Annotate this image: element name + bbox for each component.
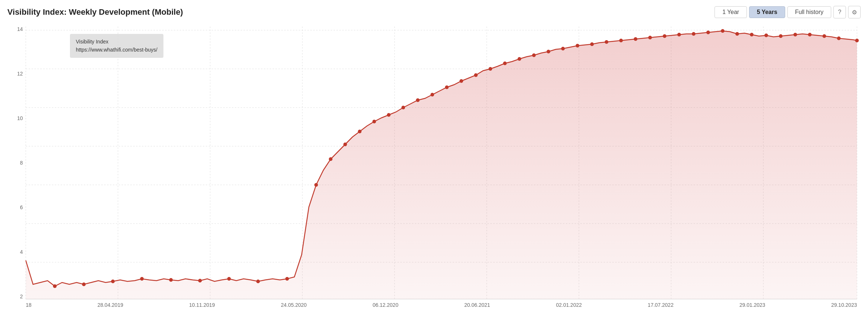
svg-point-58 [750, 33, 754, 36]
tooltip-line1: Visibility Index [76, 38, 158, 46]
y-label-2: 2 [20, 294, 23, 299]
svg-point-35 [416, 98, 420, 102]
svg-point-54 [692, 32, 695, 36]
chart-svg [26, 27, 857, 299]
svg-point-44 [547, 50, 550, 53]
svg-point-56 [721, 29, 724, 33]
y-label-12: 12 [17, 71, 23, 76]
svg-point-63 [822, 34, 826, 38]
time-range-controls: 1 Year 5 Years Full history ? ⚙ [714, 6, 861, 18]
1year-button[interactable]: 1 Year [714, 6, 747, 18]
svg-point-45 [561, 47, 565, 50]
svg-point-42 [518, 57, 521, 61]
x-label-6: 02.01.2022 [556, 302, 582, 308]
svg-point-60 [779, 34, 783, 38]
svg-point-20 [82, 282, 86, 286]
svg-point-39 [474, 73, 478, 77]
svg-point-23 [169, 278, 173, 282]
settings-button[interactable]: ⚙ [848, 6, 861, 18]
tooltip-line2: https://www.whathifi.com/best-buys/ [76, 46, 158, 54]
svg-point-22 [140, 277, 144, 281]
svg-point-49 [619, 39, 623, 42]
chart-tooltip: Visibility Index https://www.whathifi.co… [70, 34, 163, 58]
help-button[interactable]: ? [833, 6, 846, 18]
svg-point-59 [765, 34, 768, 37]
svg-point-51 [648, 36, 652, 39]
svg-point-24 [198, 279, 202, 282]
svg-point-65 [855, 39, 859, 42]
svg-point-41 [503, 62, 507, 65]
svg-point-32 [373, 120, 376, 123]
svg-point-28 [314, 183, 318, 187]
svg-point-40 [488, 67, 492, 71]
svg-point-47 [590, 42, 594, 46]
svg-point-48 [605, 40, 608, 44]
x-label-9: 29.10.2023 [831, 302, 857, 308]
svg-point-27 [285, 277, 289, 281]
svg-point-31 [358, 130, 361, 133]
svg-point-37 [445, 85, 449, 89]
svg-point-38 [459, 79, 463, 83]
x-label-0: 18 [26, 302, 32, 308]
5years-button[interactable]: 5 Years [749, 6, 785, 18]
svg-point-55 [706, 31, 710, 34]
svg-marker-18 [26, 31, 857, 299]
svg-point-61 [793, 33, 797, 36]
y-label-4: 4 [20, 249, 23, 254]
fullhistory-button[interactable]: Full history [787, 6, 831, 18]
chart-container: 14 12 10 8 6 4 2 Visibility Index https:… [7, 23, 861, 317]
svg-point-19 [53, 284, 57, 288]
svg-point-34 [402, 106, 405, 109]
svg-point-33 [387, 113, 391, 117]
x-label-3: 24.05.2020 [281, 302, 307, 308]
y-label-10: 10 [17, 116, 23, 121]
x-label-2: 10.11.2019 [189, 302, 215, 308]
svg-point-57 [735, 32, 739, 36]
svg-point-52 [663, 34, 666, 38]
x-axis: 18 28.04.2019 10.11.2019 24.05.2020 06.1… [26, 299, 857, 317]
page-title: Visibility Index: Weekly Development (Mo… [7, 7, 183, 17]
x-label-1: 28.04.2019 [98, 302, 123, 308]
svg-point-53 [677, 33, 681, 36]
page-header: Visibility Index: Weekly Development (Mo… [7, 6, 861, 18]
y-axis: 14 12 10 8 6 4 2 [7, 27, 26, 299]
svg-point-25 [227, 277, 231, 281]
svg-point-64 [837, 36, 841, 40]
svg-point-21 [111, 280, 115, 283]
x-label-8: 29.01.2023 [740, 302, 765, 308]
chart-area: Visibility Index https://www.whathifi.co… [26, 27, 857, 299]
y-label-6: 6 [20, 205, 23, 210]
svg-point-26 [256, 280, 260, 283]
svg-point-62 [808, 33, 812, 36]
x-label-4: 06.12.2020 [373, 302, 398, 308]
svg-point-36 [430, 93, 434, 96]
svg-point-29 [329, 157, 332, 161]
svg-point-46 [576, 44, 579, 48]
svg-point-30 [343, 143, 347, 146]
svg-point-50 [634, 37, 638, 41]
x-label-5: 20.06.2021 [464, 302, 490, 308]
x-label-7: 17.07.2022 [648, 302, 674, 308]
svg-point-43 [532, 53, 536, 57]
y-label-8: 8 [20, 160, 23, 165]
y-label-14: 14 [17, 27, 23, 32]
